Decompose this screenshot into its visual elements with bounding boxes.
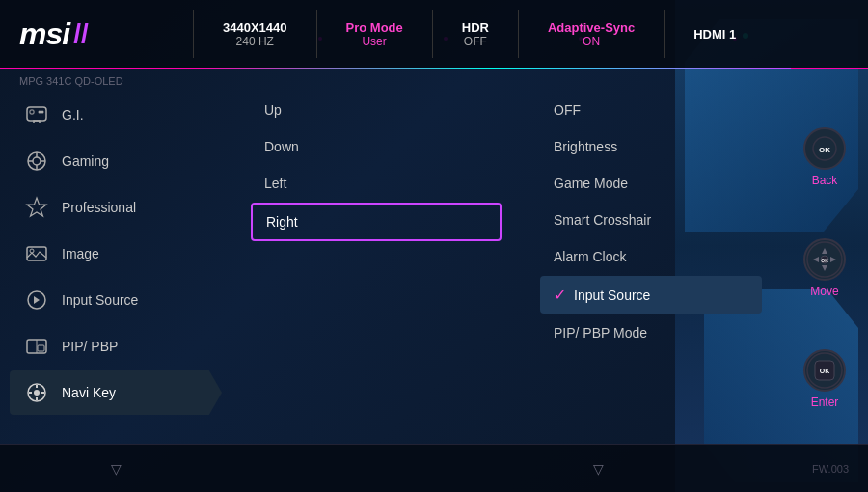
sidebar-label-navi-key: Navi Key bbox=[62, 385, 116, 400]
msi-logo: msi bbox=[19, 16, 69, 52]
back-label: Back bbox=[812, 174, 838, 187]
logo-area: msi // bbox=[0, 16, 193, 52]
bottombar: ▽ ▽ FW.003 bbox=[0, 444, 868, 492]
middle-column: Up Down Left Right bbox=[231, 93, 521, 444]
enter-button[interactable]: OK Enter bbox=[803, 349, 846, 409]
back-button[interactable]: OK Back bbox=[803, 127, 846, 187]
move-label: Move bbox=[810, 285, 838, 298]
input-source-icon bbox=[23, 287, 50, 314]
professional-icon bbox=[23, 194, 50, 221]
bottom-left-arrow: ▽ bbox=[19, 461, 212, 477]
svg-rect-10 bbox=[38, 345, 44, 351]
bottom-middle-arrow: ▽ bbox=[453, 461, 743, 477]
action-buttons: OK Back OK Move bbox=[781, 93, 868, 444]
topbar-accent-line bbox=[193, 68, 791, 69]
sidebar: G.I. Gaming Professional bbox=[0, 93, 231, 444]
model-name: MPG 341C QD-OLED bbox=[19, 75, 123, 87]
right-item-brightness[interactable]: Brightness bbox=[540, 129, 762, 164]
right-item-pip-pbp-mode[interactable]: PIP/ PBP Mode bbox=[540, 315, 762, 350]
menu-item-right[interactable]: Right bbox=[251, 203, 502, 241]
right-item-off[interactable]: OFF bbox=[540, 93, 762, 127]
topbar: msi // 3440X1440 240 HZ Pro Mode User HD… bbox=[0, 0, 868, 69]
menu-item-left[interactable]: Left bbox=[251, 166, 502, 201]
navi-key-icon bbox=[23, 379, 50, 406]
enter-label: Enter bbox=[811, 396, 839, 409]
sidebar-item-gi[interactable]: G.I. bbox=[10, 93, 222, 137]
svg-point-13 bbox=[34, 390, 40, 396]
menu-item-down[interactable]: Down bbox=[251, 129, 502, 164]
sidebar-label-gaming: Gaming bbox=[62, 153, 109, 169]
back-btn-icon: OK bbox=[803, 127, 846, 170]
svg-text:OK: OK bbox=[820, 368, 830, 374]
svg-text:OK: OK bbox=[819, 146, 830, 154]
topbar-pro-mode: Pro Mode User bbox=[317, 20, 432, 48]
sidebar-item-pip-pbp[interactable]: PIP/ PBP bbox=[10, 324, 222, 369]
pip-pbp-icon bbox=[23, 333, 50, 360]
topbar-hdmi: HDMI 1 bbox=[665, 27, 765, 41]
sidebar-item-gaming[interactable]: Gaming bbox=[10, 139, 222, 183]
gaming-icon bbox=[23, 148, 50, 175]
svg-point-5 bbox=[33, 157, 41, 165]
move-btn-icon: OK bbox=[803, 238, 846, 281]
main-content: G.I. Gaming Professional bbox=[0, 93, 868, 444]
move-button[interactable]: OK Move bbox=[803, 238, 846, 298]
sidebar-label-image: Image bbox=[62, 246, 99, 261]
right-item-input-source[interactable]: ✓ Input Source bbox=[540, 276, 762, 314]
sidebar-label-professional: Professional bbox=[62, 200, 136, 215]
right-item-smart-crosshair[interactable]: Smart Crosshair bbox=[540, 203, 762, 237]
menu-item-up[interactable]: Up bbox=[251, 93, 502, 127]
logo-slashes: // bbox=[73, 18, 89, 49]
firmware-version: FW.003 bbox=[752, 463, 849, 475]
sidebar-label-input-source: Input Source bbox=[62, 292, 138, 308]
image-icon bbox=[23, 240, 50, 267]
enter-btn-icon: OK bbox=[803, 349, 846, 392]
sidebar-item-input-source[interactable]: Input Source bbox=[10, 278, 222, 322]
svg-rect-1 bbox=[30, 110, 34, 114]
sidebar-item-professional[interactable]: Professional bbox=[10, 185, 222, 230]
right-item-game-mode[interactable]: Game Mode bbox=[540, 166, 762, 201]
checkmark-icon: ✓ bbox=[554, 286, 566, 304]
svg-rect-6 bbox=[27, 247, 46, 260]
svg-point-3 bbox=[41, 111, 44, 114]
gi-icon bbox=[23, 101, 50, 128]
topbar-hdr: HDR OFF bbox=[433, 20, 518, 48]
topbar-resolution: 3440X1440 240 HZ bbox=[194, 20, 316, 48]
topbar-adaptive-sync: Adaptive-Sync ON bbox=[519, 20, 664, 48]
right-column: OFF Brightness Game Mode Smart Crosshair… bbox=[521, 93, 781, 444]
sidebar-item-navi-key[interactable]: Navi Key bbox=[10, 370, 222, 415]
right-item-alarm-clock[interactable]: Alarm Clock bbox=[540, 239, 762, 274]
svg-point-2 bbox=[39, 111, 41, 114]
svg-text:OK: OK bbox=[821, 258, 828, 263]
sidebar-label-gi: G.I. bbox=[62, 107, 84, 123]
sidebar-label-pip-pbp: PIP/ PBP bbox=[62, 339, 118, 354]
sidebar-item-image[interactable]: Image bbox=[10, 232, 222, 276]
